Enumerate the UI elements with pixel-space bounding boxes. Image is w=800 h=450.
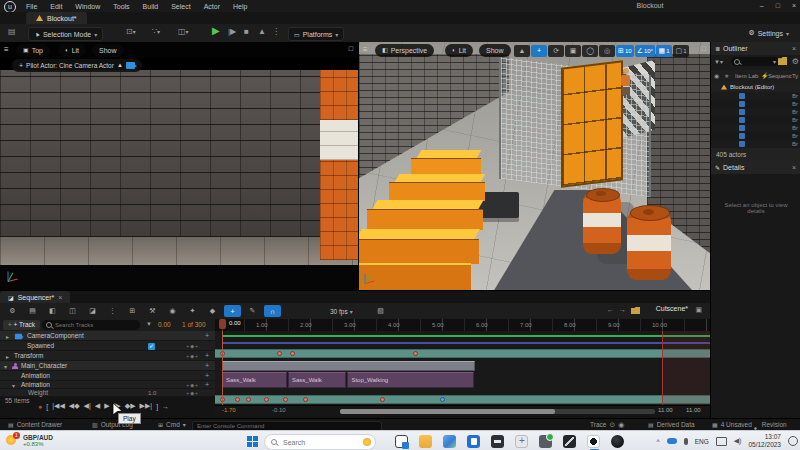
column-sequence[interactable]: Sequenc (768, 70, 792, 82)
menu-window[interactable]: Window (75, 3, 100, 10)
outliner-row[interactable]: Br (711, 100, 800, 108)
bracket-in-button[interactable]: [ (46, 403, 48, 410)
pilot-actor-bar[interactable]: + Pilot Actor: Cine Camera Actor ▲ (12, 59, 142, 72)
keyframe[interactable] (440, 397, 445, 402)
scale-tool[interactable]: ▣ (565, 45, 581, 57)
unreal-engine-app[interactable] (587, 435, 600, 448)
move-tool[interactable]: + (531, 45, 547, 57)
outliner-tab[interactable]: ≣ Outliner × (711, 42, 800, 55)
add-section-icon[interactable]: + (205, 331, 209, 341)
filter-funnel-icon[interactable]: ▼▾ (714, 58, 723, 65)
rotate-tool[interactable]: ⟳ (548, 45, 564, 57)
key-controls[interactable]: +◆+ (186, 381, 199, 389)
track-row-weight[interactable]: Weight 1.0 +◆+ (0, 389, 215, 397)
notification-bell-icon[interactable] (788, 436, 798, 446)
add-key-icon[interactable]: + (205, 351, 209, 361)
minimize-icon[interactable]: – (760, 0, 764, 12)
play-more-icon[interactable]: ⋮ (272, 27, 280, 36)
viewport-menu-icon[interactable]: ≡ (4, 45, 9, 54)
file-explorer[interactable] (419, 435, 432, 448)
plus-app[interactable] (515, 435, 528, 448)
onedrive-cloud-icon[interactable] (667, 438, 677, 444)
play-button[interactable]: ▶ (104, 402, 109, 410)
more-options-icon[interactable]: ⋮ (104, 305, 121, 317)
playhead-line[interactable] (222, 331, 223, 405)
show-menu[interactable]: Show (479, 44, 511, 57)
outliner-row[interactable]: Br (711, 132, 800, 140)
taskbar-search-field[interactable] (281, 435, 349, 450)
menu-file[interactable]: File (26, 3, 37, 10)
round-app[interactable] (611, 435, 624, 448)
network-icon[interactable] (716, 437, 727, 446)
close-icon[interactable]: × (792, 0, 796, 12)
key-controls[interactable]: +◆+ (186, 341, 199, 351)
bracket-out-button[interactable]: ] (156, 403, 158, 410)
menu-build[interactable]: Build (143, 3, 159, 10)
expander-icon[interactable]: ▸ (6, 353, 9, 360)
current-frame[interactable]: 1 of 300 (182, 320, 206, 330)
animation-clip[interactable]: Stop_Walking (347, 372, 474, 388)
view-options-eye-icon[interactable]: ◉ (164, 305, 181, 317)
play-reverse-button[interactable]: ◀ (95, 402, 100, 410)
render-movie-icon[interactable]: ◫ (64, 305, 81, 317)
add-section-icon[interactable]: + (205, 371, 209, 381)
jump-to-front-button[interactable]: |◀◀ (52, 402, 65, 410)
work-range-in-label[interactable]: -0.10 (272, 407, 286, 413)
menu-tools[interactable]: Tools (113, 3, 129, 10)
keyframe[interactable] (283, 397, 288, 402)
camera-speed[interactable]: ▢1 (673, 45, 689, 57)
fps-dropdown[interactable]: 30 fps▾ (330, 305, 353, 317)
show-menu[interactable]: Show (92, 44, 124, 57)
dark-app[interactable] (491, 435, 504, 448)
outliner-root-row[interactable]: Blockout (Editor) (711, 82, 800, 92)
weight-value[interactable]: 1.0 (148, 389, 156, 397)
column-type[interactable]: Ty (792, 70, 798, 82)
pin-icon[interactable]: ★ (724, 70, 729, 82)
clock[interactable]: 13:07 05/12/2023 (748, 433, 781, 449)
weather-widget[interactable]: 1 GBP/AUD +0.83% (5, 433, 53, 447)
animation-clip[interactable]: Sass_Walk (288, 372, 346, 388)
pan-scrollbar-handle[interactable] (340, 409, 555, 414)
maximize-viewport-icon[interactable]: □ (702, 45, 706, 52)
launch-icon[interactable]: ▲ (258, 27, 266, 36)
viewport-cine-camera[interactable]: ≡ ▣Top ◐Lit Show □ + Pilot Actor: Cine C… (0, 42, 358, 290)
expander-icon[interactable]: ▸ (6, 333, 9, 340)
timeline-area[interactable]: Sass_WalkSass_WalkStop_Walking (215, 331, 710, 405)
transform-key-icon[interactable]: + (224, 305, 241, 317)
menu-select[interactable]: Select (171, 3, 190, 10)
surface-snap[interactable]: ◎ (599, 45, 615, 57)
spawned-checkbox[interactable]: ✓ (148, 343, 155, 350)
outliner-row[interactable]: Br (711, 92, 800, 100)
filter-funnel-icon[interactable]: ▼ (146, 321, 152, 327)
language-indicator[interactable]: ENG (695, 438, 709, 445)
keyframe[interactable] (246, 397, 251, 402)
photos-app[interactable] (443, 435, 456, 448)
lock-icon[interactable]: ▣ (695, 306, 702, 314)
menu-help[interactable]: Help (233, 3, 247, 10)
track-filters-icon[interactable]: ⊞ (124, 305, 141, 317)
close-icon[interactable]: × (58, 294, 62, 301)
add-track-button[interactable]: + + Track (3, 320, 40, 330)
track-row-spawned[interactable]: Spawned ✓ +◆+ (0, 341, 215, 351)
lit-mode-selector[interactable]: ◐Lit (445, 44, 473, 57)
tray-expand-icon[interactable]: ^ (657, 438, 660, 445)
sequencer-tab[interactable]: ◪ Sequencer* × (0, 291, 70, 303)
clapper-icon[interactable]: ◪ (84, 305, 101, 317)
save-icon[interactable]: ▤ (8, 27, 16, 36)
menu-edit[interactable]: Edit (50, 3, 62, 10)
range-start-label[interactable]: -1.70 (222, 407, 236, 413)
weight-lane[interactable] (215, 395, 710, 404)
keyframe[interactable] (380, 397, 385, 402)
auto-key-diamond-icon[interactable]: ◆ (204, 305, 221, 317)
search-tracks-input[interactable] (42, 320, 140, 330)
store-app[interactable] (467, 435, 480, 448)
scale-snap[interactable]: ▦1 (656, 45, 672, 57)
badged-app[interactable] (539, 435, 552, 448)
key-controls[interactable]: +◆+ (186, 351, 199, 361)
loop-mode-button[interactable]: → (162, 403, 169, 410)
track-row-main-character[interactable]: ▾ Main_Character + (0, 361, 215, 371)
new-folder-icon[interactable] (778, 57, 787, 65)
add-key-icon[interactable]: + (205, 381, 209, 389)
pan-scrollbar[interactable] (340, 409, 655, 414)
key-controls[interactable]: +◆+ (186, 389, 199, 397)
